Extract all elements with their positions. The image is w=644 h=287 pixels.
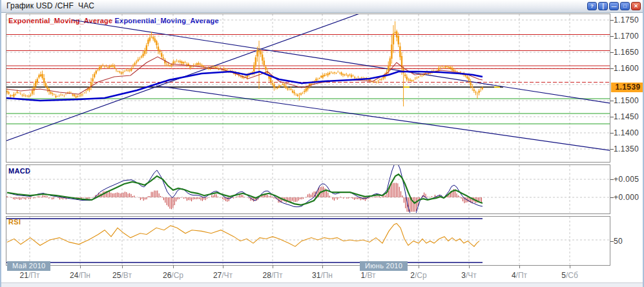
day-label: 3/Чт (450, 271, 488, 280)
pause-button[interactable]: ║ (598, 2, 608, 10)
price-label: 1.1500 (614, 96, 639, 105)
price-label: 1.1750 (614, 15, 639, 25)
day-label: 25/Вт (103, 271, 141, 280)
macd-panel[interactable] (6, 164, 610, 214)
month-badge: Июнь 2010 (360, 261, 408, 271)
title-bar[interactable]: График USD /CHF ЧАС ?║—□✕ (1, 0, 643, 13)
ema-legend-red: Exponential_Moving_Average (8, 17, 112, 25)
time-tick (419, 265, 419, 268)
macd-label: +0.000 (614, 193, 639, 202)
rsi-panel[interactable] (6, 216, 610, 266)
time-tick (469, 265, 470, 268)
rsi-level-label: 50 (614, 237, 623, 246)
window-bottom-border (1, 282, 643, 287)
ema-legend-blue: Exponential_Moving_Average (115, 17, 219, 25)
price-label: 1.1650 (614, 48, 639, 57)
window-title: График USD /CHF ЧАС (6, 1, 94, 10)
time-tick (173, 265, 174, 268)
day-label: 27/Чт (203, 271, 242, 280)
price-label: 1.1600 (614, 64, 639, 73)
day-label: 2/Ср (399, 271, 438, 280)
chart-window: График USD /CHF ЧАС ?║—□✕ Exponential_Mo… (0, 0, 644, 287)
time-tick (223, 265, 223, 268)
day-label: 31/Пн (303, 271, 342, 280)
price-label: 1.1350 (614, 144, 639, 153)
day-label: 26/Ср (154, 271, 192, 280)
rsi-label: RSI (8, 218, 21, 226)
minimize-button[interactable]: — (609, 2, 619, 10)
day-label: 1/Вт (349, 271, 388, 280)
time-tick (273, 265, 273, 268)
month-badge: Май 2010 (7, 261, 50, 271)
price-label: 1.1450 (614, 112, 639, 121)
day-label: 4/Пт (500, 271, 539, 280)
time-tick (122, 265, 123, 268)
time-tick (322, 265, 323, 268)
current-price-tag: 1.1539 (611, 83, 644, 92)
day-label: 28/Пт (253, 271, 292, 280)
indicator-legend: Exponential_Moving_Average Exponential_M… (8, 17, 219, 25)
macd-label: +0.005 (614, 175, 639, 184)
time-tick (80, 265, 81, 268)
time-tick (519, 265, 520, 268)
window-buttons: ?║—□✕ (587, 2, 641, 10)
price-chart-panel[interactable] (6, 14, 610, 163)
price-label: 1.1400 (614, 128, 639, 137)
macd-label: MACD (8, 167, 30, 175)
price-label: 1.1700 (614, 32, 639, 41)
day-label: 5/Сб (550, 271, 589, 280)
maximize-button[interactable]: □ (620, 2, 630, 10)
time-tick (570, 265, 570, 268)
day-label: 24/Пн (61, 271, 99, 280)
close-button[interactable]: ✕ (631, 2, 641, 10)
day-label: 21/Пт (10, 271, 49, 280)
help-button[interactable]: ? (587, 2, 597, 10)
